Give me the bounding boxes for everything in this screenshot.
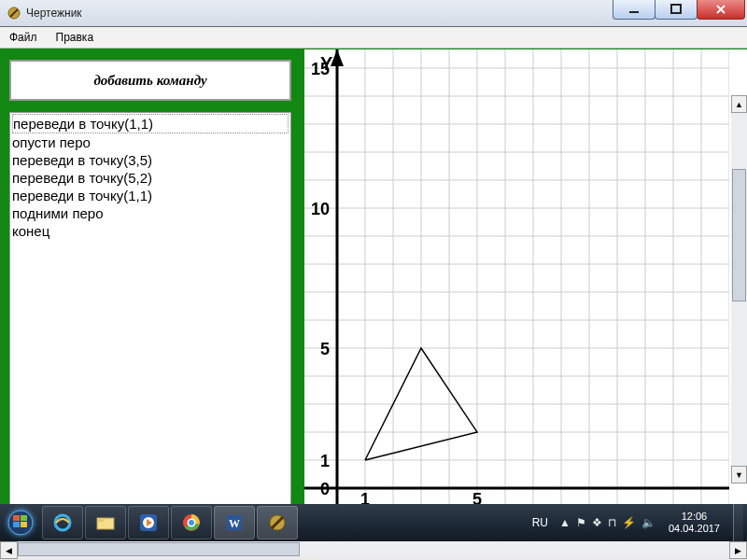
tray-volume-icon[interactable]: 🔈 — [641, 516, 655, 529]
scroll-thumb-v[interactable] — [732, 169, 746, 301]
system-tray: RU ▲ ⚑ ❖ ⊓ ⚡ 🔈 12:06 04.04.2017 — [532, 504, 747, 541]
svg-point-58 — [189, 520, 194, 525]
command-line[interactable]: подними перо — [12, 204, 289, 222]
taskbar-ie-icon[interactable] — [42, 506, 83, 539]
tray-network-icon[interactable]: ⊓ — [608, 516, 616, 529]
taskbar-left: W — [0, 504, 299, 541]
svg-text:W: W — [229, 517, 240, 530]
svg-text:5: 5 — [320, 340, 330, 358]
scroll-left-button[interactable]: ◀ — [0, 541, 18, 559]
taskbar-explorer-icon[interactable] — [85, 506, 126, 539]
window-titlebar: Чертежник — [0, 0, 747, 27]
app-body: добавить команду переведи в точку(1,1)оп… — [0, 49, 747, 504]
taskbar: W RU ▲ ⚑ ❖ ⊓ ⚡ 🔈 12:06 04.04.2017 — [0, 504, 747, 541]
taskbar-word-icon[interactable]: W — [214, 506, 255, 539]
svg-point-50 — [55, 515, 70, 530]
close-button[interactable] — [697, 0, 745, 20]
menu-file[interactable]: Файл — [0, 31, 47, 44]
window-title: Чертежник — [26, 7, 82, 20]
taskbar-media-icon[interactable] — [128, 506, 169, 539]
scroll-down-button[interactable]: ▼ — [731, 466, 747, 483]
add-command-button[interactable]: добавить команду — [9, 60, 291, 101]
svg-text:10: 10 — [311, 200, 330, 218]
scroll-thumb-h[interactable] — [18, 542, 300, 556]
clock-time: 12:06 — [682, 511, 708, 523]
start-button[interactable] — [0, 504, 41, 541]
language-indicator[interactable]: RU — [532, 516, 548, 529]
svg-text:1: 1 — [320, 452, 330, 470]
plot: Y015101515 — [304, 49, 729, 504]
show-desktop-button[interactable] — [733, 504, 743, 541]
tray-app-icon[interactable]: ❖ — [592, 516, 602, 529]
command-line[interactable]: переведи в точку(1,1) — [12, 187, 289, 204]
menu-bar: Файл Правка — [0, 27, 747, 49]
taskbar-clock[interactable]: 12:06 04.04.2017 — [661, 511, 727, 535]
menu-edit[interactable]: Правка — [47, 31, 104, 44]
window-controls — [613, 0, 745, 20]
canvas-area: Y015101515 — [304, 49, 747, 504]
tray-flag-icon[interactable]: ▲ — [559, 516, 571, 529]
maximize-button[interactable] — [655, 0, 698, 20]
command-line[interactable]: переведи в точку(5,2) — [12, 169, 289, 187]
svg-rect-48 — [13, 522, 20, 527]
command-list[interactable]: переведи в точку(1,1)опусти перопереведи… — [9, 112, 291, 508]
svg-rect-49 — [21, 522, 27, 527]
vertical-scrollbar[interactable]: ▲ ▼ — [731, 95, 747, 483]
left-panel: добавить команду переведи в точку(1,1)оп… — [9, 60, 291, 508]
scroll-up-button[interactable]: ▲ — [731, 95, 747, 113]
svg-text:5: 5 — [472, 490, 482, 504]
svg-text:15: 15 — [311, 60, 330, 78]
svg-rect-47 — [21, 515, 27, 521]
horizontal-scrollbar[interactable]: ◀ ▶ — [0, 539, 747, 560]
svg-text:1: 1 — [360, 490, 370, 504]
command-line[interactable]: опусти перо — [12, 133, 289, 151]
svg-rect-46 — [13, 515, 20, 521]
svg-rect-1 — [629, 11, 639, 13]
minimize-button[interactable] — [613, 0, 655, 20]
app-icon — [7, 6, 21, 21]
command-line[interactable]: переведи в точку(3,5) — [12, 151, 289, 169]
svg-text:0: 0 — [320, 480, 330, 498]
taskbar-app-icon[interactable] — [257, 506, 298, 539]
clock-date: 04.04.2017 — [669, 523, 720, 535]
command-line[interactable]: конец — [12, 222, 289, 240]
command-line[interactable]: переведи в точку(1,1) — [12, 114, 289, 133]
svg-rect-52 — [97, 518, 105, 522]
tray-action-center-icon[interactable]: ⚑ — [576, 516, 586, 529]
scroll-track-v[interactable] — [731, 113, 747, 466]
scroll-track-h[interactable] — [18, 541, 729, 557]
taskbar-chrome-icon[interactable] — [171, 506, 212, 539]
svg-rect-2 — [671, 5, 681, 13]
scroll-right-button[interactable]: ▶ — [729, 541, 747, 559]
tray-power-icon[interactable]: ⚡ — [622, 516, 636, 529]
